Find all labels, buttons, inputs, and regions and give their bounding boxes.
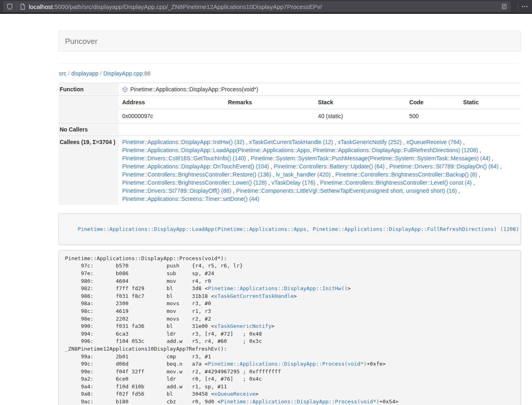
callee-link[interactable]: Pinetime::Applications::DisplayApp::Init… bbox=[122, 139, 244, 145]
breadcrumb-link-displayapp[interactable]: displayapp bbox=[71, 70, 99, 77]
table-row: 0x0000097c 40 (static) 500 bbox=[119, 109, 521, 123]
function-label: Function bbox=[58, 83, 119, 96]
code-symbol-link[interactable]: xTaskGetCurrentTaskHandle bbox=[214, 293, 294, 299]
table-row: Address Remarks Stack Code Static bbox=[119, 96, 521, 109]
breadcrumb: src/displayapp/DisplayApp.cpp:86 bbox=[59, 70, 521, 77]
column-header-stack: Stack bbox=[315, 96, 406, 109]
stack-value: 40 (static) bbox=[315, 109, 406, 123]
callee-link[interactable]: vTaskDelay (176) bbox=[271, 179, 315, 186]
code-value: 500 bbox=[406, 109, 460, 123]
url-text: localhost:5000/path/src/displayapp/Displ… bbox=[29, 3, 501, 10]
page-info-icon[interactable] bbox=[20, 4, 26, 10]
divider bbox=[16, 3, 17, 10]
callee-link[interactable]: xQueueReceive (764) bbox=[406, 139, 461, 145]
browser-chrome: localhost:5000/path/src/displayapp/Displ… bbox=[0, 0, 532, 14]
callee-link[interactable]: Pinetime::Drivers::St7789::DisplayOn() (… bbox=[389, 163, 498, 170]
breadcrumb-link-file[interactable]: DisplayApp.cpp bbox=[103, 70, 142, 77]
divider bbox=[518, 3, 518, 10]
url-host: localhost bbox=[29, 3, 53, 10]
breadcrumb-link-src[interactable]: src bbox=[59, 70, 67, 77]
breadcrumb-separator: / bbox=[67, 70, 71, 77]
highlighted-symbol-box: Pinetime::Applications::DisplayApp::Load… bbox=[58, 213, 521, 245]
function-name: Pinetime::Applications::DisplayApp::Proc… bbox=[130, 85, 258, 93]
callee-link[interactable]: Pinetime::System::SystemTask::PushMessag… bbox=[251, 155, 491, 162]
callee-link[interactable]: Pinetime::Applications::DisplayApp::OnTo… bbox=[122, 163, 269, 170]
callee-link[interactable]: xTaskGetCurrentTaskHandle (12) bbox=[249, 139, 333, 145]
callee-link[interactable]: Pinetime::Controllers::BrightnessControl… bbox=[122, 171, 271, 178]
table-row: Function Pinetime::Applications::Display… bbox=[58, 83, 521, 96]
content-container: Puncover src/displayapp/DisplayApp.cpp:8… bbox=[58, 31, 521, 405]
table-row: Address Remarks Stack Code Static 0x0000… bbox=[58, 96, 521, 123]
url-bar[interactable]: localhost:5000/path/src/displayapp/Displ… bbox=[3, 1, 510, 12]
callee-link[interactable]: Pinetime::Drivers::Cst816S::GetTouchInfo… bbox=[122, 155, 246, 162]
disassembly-listing: Pinetime::Applications::DisplayApp::Proc… bbox=[58, 250, 521, 405]
breadcrumb-line-number: :86 bbox=[143, 70, 151, 77]
table-row: Callees (19, Σ=3704 ) Pinetime::Applicat… bbox=[58, 136, 521, 205]
column-header-address: Address bbox=[119, 96, 225, 109]
callee-link[interactable]: Pinetime::Controllers::BrightnessControl… bbox=[335, 171, 477, 178]
code-symbol-link[interactable]: Pinetime::Applications::DisplayApp::Proc… bbox=[208, 361, 366, 367]
table-row: No Callers bbox=[58, 123, 521, 136]
callee-link[interactable]: Pinetime::Controllers::Battery::Update()… bbox=[274, 163, 385, 170]
callee-link[interactable]: Pinetime::Components::LittleVgl::SetNewT… bbox=[236, 187, 457, 194]
shield-icon[interactable] bbox=[6, 3, 13, 10]
function-info-table: Function Pinetime::Applications::Display… bbox=[58, 83, 521, 205]
app-navbar: Puncover bbox=[58, 31, 521, 52]
code-symbol-link[interactable]: xQueueReceive bbox=[214, 391, 256, 397]
no-callers-label: No Callers bbox=[58, 123, 119, 136]
code-symbol-link[interactable]: xTaskGenericNotify bbox=[214, 323, 271, 329]
code-symbol-link[interactable]: Pinetime::Applications::DisplayApp::Init… bbox=[208, 285, 347, 291]
callee-link[interactable]: Pinetime::Controllers::BrightnessControl… bbox=[320, 179, 472, 186]
package-icon bbox=[122, 86, 128, 93]
callee-link[interactable]: xTaskGenericNotify (252) bbox=[338, 139, 401, 145]
callees-list: Pinetime::Applications::DisplayApp::Init… bbox=[119, 136, 521, 205]
column-header-static: Static bbox=[460, 96, 521, 109]
url-path: :5000/path/src/displayapp/DisplayApp.cpp… bbox=[53, 3, 322, 10]
callees-label: Callees (19, Σ=3704 ) bbox=[58, 136, 119, 205]
remarks-value bbox=[225, 109, 315, 123]
app-brand-link[interactable]: Puncover bbox=[65, 37, 97, 46]
more-menu-icon[interactable] bbox=[521, 3, 528, 10]
highlighted-symbol-link[interactable]: Pinetime::Applications::DisplayApp::Load… bbox=[78, 226, 519, 232]
static-value bbox=[460, 109, 521, 123]
callee-link[interactable]: Pinetime::Applications::Screens::Timer::… bbox=[122, 196, 259, 202]
reader-view-icon[interactable] bbox=[501, 3, 507, 10]
stats-table: Address Remarks Stack Code Static 0x0000… bbox=[119, 96, 521, 123]
callee-link[interactable]: Pinetime::Applications::DisplayApp::Load… bbox=[122, 147, 478, 153]
code-symbol-link[interactable]: Pinetime::Applications::DisplayApp::Proc… bbox=[221, 399, 379, 405]
callee-link[interactable]: lv_task_handler (420) bbox=[276, 171, 331, 178]
breadcrumb-separator: / bbox=[99, 70, 103, 77]
address-value: 0x0000097c bbox=[119, 109, 225, 123]
empty-label bbox=[58, 96, 119, 123]
callee-link[interactable]: Pinetime::Drivers::St7789::DisplayOff() … bbox=[122, 187, 231, 194]
callee-link[interactable]: Pinetime::Controllers::BrightnessControl… bbox=[122, 179, 267, 186]
column-header-remarks: Remarks bbox=[225, 96, 315, 109]
divider bbox=[58, 63, 521, 64]
column-header-code: Code bbox=[406, 96, 460, 109]
